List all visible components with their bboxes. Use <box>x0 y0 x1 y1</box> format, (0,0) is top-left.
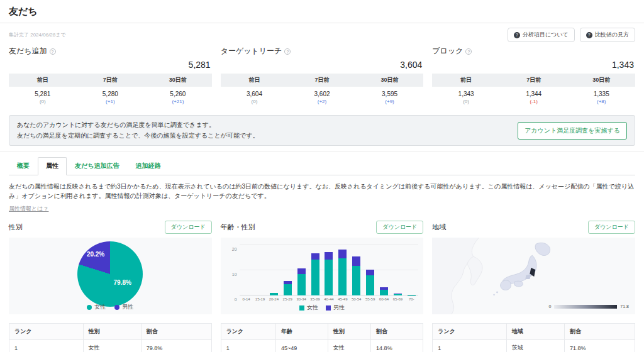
col-prev-day: 前日 <box>9 74 77 87</box>
analysis-items-button[interactable]: 分析項目について <box>508 28 575 42</box>
female-legend-label: 女性 <box>94 303 106 311</box>
stat-value: 3,595 <box>356 91 424 97</box>
female-legend-dot <box>87 305 92 310</box>
charts-grid: 性別 ダウンロード 79.8% 20.2% 女性 男性 年齢・性別 ダウンロード… <box>0 221 644 314</box>
x-axis-label: 60-64 <box>379 297 389 301</box>
attributes-description: 友だちの属性情報は反映されるまで約3日かかるため、現在表示されているのは約3日前… <box>0 175 644 213</box>
col-7-days: 7日前 <box>77 74 145 87</box>
pie-value-male: 20.2% <box>87 251 104 258</box>
table-header-row: ランク性別割合 <box>9 324 212 340</box>
table-column-header: 割合 <box>564 324 635 340</box>
col-7-days: 7日前 <box>288 74 356 87</box>
stat-table-header: 前日 7日前 30日前 <box>432 74 635 87</box>
male-legend-label: 男性 <box>122 303 133 311</box>
x-axis-label: 40-44 <box>324 297 333 301</box>
satisfaction-survey-banner: あなたのアカウントに対する友だちの満足度を簡単に調査できます。 友だちの満足度を… <box>9 115 635 146</box>
tab-overview[interactable]: 概要 <box>9 157 38 175</box>
stat-value: 1,343 <box>432 91 500 97</box>
info-icon[interactable] <box>50 48 56 55</box>
table-cell: 79.8% <box>141 340 211 352</box>
tabs-section: 概要 属性 友だち追加広告 追加経路 <box>0 151 644 175</box>
stat-target-reach: ターゲットリーチ 3,604 前日 7日前 30日前 3,604(0) 3,60… <box>221 46 424 107</box>
col-prev-day: 前日 <box>221 74 289 87</box>
stat-value: 3,602 <box>288 91 356 97</box>
tab-add-routes[interactable]: 追加経路 <box>127 157 169 175</box>
stat-delta: (-1) <box>500 99 568 104</box>
y-axis-tick: 20 <box>232 247 237 251</box>
bar: 45-49 <box>336 245 350 295</box>
banner-line-1: あなたのアカウントに対する友だちの満足度を簡単に調査できます。 <box>17 120 258 131</box>
table-cell: 71.8% <box>564 340 635 352</box>
info-icon[interactable] <box>284 48 291 55</box>
region-map-chart: 0 71.8 <box>432 238 635 314</box>
age-gender-chart-title: 年齢・性別 <box>221 223 255 232</box>
bar-segment <box>338 250 347 258</box>
stat-friends-added: 友だち追加 5,281 前日 7日前 30日前 5,281(0) 5,280(+… <box>9 46 212 107</box>
download-button[interactable]: ダウンロード <box>376 221 423 234</box>
male-legend-label: 男性 <box>333 304 345 312</box>
col-7-days: 7日前 <box>500 74 568 87</box>
comparison-help-button[interactable]: 比較値の見方 <box>580 28 635 42</box>
table-column-header: ランク <box>9 324 84 340</box>
stat-blocks: ブロック 1,343 前日 7日前 30日前 1,343(0) 1,344(-1… <box>432 46 635 107</box>
stat-value: 5,281 <box>9 91 77 97</box>
table-row: 145~49女性14.8% <box>221 340 423 352</box>
bar: 70- <box>404 245 418 295</box>
scale-min-label: 0 <box>548 304 551 309</box>
bar-segment <box>352 256 360 266</box>
y-axis-tick: 10 <box>232 272 237 277</box>
gender-chart-section: 性別 ダウンロード 79.8% 20.2% 女性 男性 <box>9 221 212 314</box>
x-axis-label: 45-49 <box>338 297 347 301</box>
question-circle-icon <box>586 32 592 38</box>
banner-line-2: 友だちの満足度を定期的に調査することで、今後の施策を設定することが可能です。 <box>17 131 258 141</box>
pie-value-female: 79.8% <box>114 279 131 286</box>
bar: 50-54 <box>350 245 364 295</box>
bar-plot-area: 010200-1415-1920-2425-2930-3435-3940-444… <box>240 245 419 295</box>
x-axis-label: 70- <box>409 297 414 301</box>
x-axis-label: 30-34 <box>296 297 306 301</box>
stat-title: ターゲットリーチ <box>221 46 282 57</box>
bar: 40-44 <box>322 245 336 295</box>
region-rank-table: ランク地域割合1茨城71.8%2千葉10.0%3埼玉5.0%4東京4.6%5栃木… <box>432 323 635 352</box>
bar-segment <box>325 260 333 295</box>
tab-friend-add-ads[interactable]: 友だち追加広告 <box>67 157 127 175</box>
male-legend-dot <box>114 305 119 310</box>
age-gender-rank-table: ランク年齢性別割合145~49女性14.8%240~44女性14.2%235~3… <box>221 323 424 352</box>
download-button[interactable]: ダウンロード <box>588 221 635 234</box>
run-satisfaction-survey-button[interactable]: アカウント満足度調査を実施する <box>518 122 627 140</box>
comparison-help-label: 比較値の見方 <box>595 31 629 39</box>
page-header: 友だち <box>0 0 644 23</box>
stat-total: 1,343 <box>432 60 634 70</box>
help-buttons: 分析項目について 比較値の見方 <box>508 28 635 42</box>
stat-delta: (+21) <box>144 99 212 104</box>
col-30-days: 30日前 <box>356 74 424 87</box>
table-cell: 45~49 <box>275 340 328 352</box>
female-legend-label: 女性 <box>307 304 318 312</box>
table-cell: 1 <box>221 340 275 352</box>
table-column-header: 年齢 <box>275 324 328 340</box>
stat-title: ブロック <box>432 46 463 57</box>
download-button[interactable]: ダウンロード <box>165 221 212 234</box>
japan-map <box>432 238 635 314</box>
table-cell: 1 <box>433 340 507 352</box>
info-icon[interactable] <box>465 48 472 55</box>
col-prev-day: 前日 <box>432 74 500 87</box>
stat-value: 1,335 <box>567 91 635 97</box>
age-gender-chart-section: 年齢・性別 ダウンロード 010200-1415-1920-2425-2930-… <box>221 221 424 314</box>
table-cell: 女性 <box>83 340 141 352</box>
stat-value: 1,344 <box>500 91 568 97</box>
aggregation-note: 集計完了 2024/06/28まで <box>9 31 66 38</box>
attributes-info-link[interactable]: 属性情報とは？ <box>9 205 48 213</box>
tables-grid: ランク性別割合1女性79.8%2男性20.2%3不明0.0% ランク年齢性別割合… <box>0 323 644 352</box>
stat-title: 友だち追加 <box>9 46 47 57</box>
stat-delta: (+2) <box>288 99 356 104</box>
bar-segment <box>338 258 347 295</box>
bar-segment <box>270 293 278 295</box>
stat-delta: (+8) <box>567 99 635 104</box>
tab-bar: 概要 属性 友だち追加広告 追加経路 <box>9 157 635 175</box>
bar-legend: 女性 男性 <box>221 304 424 312</box>
tab-attributes[interactable]: 属性 <box>38 157 67 175</box>
male-legend-swatch <box>326 305 331 311</box>
stat-delta: (0) <box>221 99 289 104</box>
stat-value: 5,260 <box>144 91 212 97</box>
